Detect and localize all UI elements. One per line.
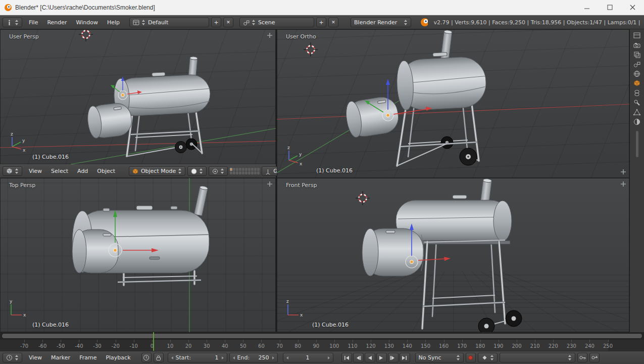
render-engine-selector[interactable]: Blender Render [351,18,411,27]
insert-keyframe-button[interactable] [577,353,587,362]
scene-selector[interactable]: Scene [239,18,314,27]
viewport-user-persp[interactable]: User Persp z y x (1) Cube.016 [0,29,276,164]
menu-item[interactable]: Object [92,168,120,174]
editor-type-3dview-selector[interactable] [3,166,22,176]
active-object-label: (1) Cube.016 [312,322,349,328]
menu-item[interactable]: Marker [46,354,75,361]
chimney [194,186,208,216]
frame-tick-label: 180 [471,340,489,351]
render-layers-tab-icon[interactable] [633,51,640,58]
render-tab-icon[interactable] [633,41,640,49]
menu-item[interactable]: Window [72,19,103,26]
pivot-point-selector[interactable] [209,166,228,176]
current-frame-value: 1 [291,354,325,361]
frame-tick-label: -40 [70,340,88,351]
smoker-model [86,56,211,156]
properties-scrollbar[interactable] [636,131,638,157]
menu-item[interactable]: Render [42,19,71,26]
firebox [362,229,424,276]
delete-screen-layout-button[interactable]: ✕ [223,18,233,27]
add-screen-layout-button[interactable]: + [211,18,221,27]
lock-time-cursor-toggle[interactable] [154,353,164,362]
info-editor-icon [6,19,13,26]
firebox [72,230,118,273]
smoker-model [72,186,209,285]
timeline-editor-icon [6,354,13,361]
previous-keyframe-button[interactable] [353,353,364,362]
svg-text:x: x [300,312,303,317]
menu-item[interactable]: File [24,19,42,26]
menu-item[interactable]: View [24,354,46,361]
frame-end-field[interactable]: End: 250 [229,353,278,362]
interaction-mode-selector[interactable]: Object Mode [129,166,185,176]
jump-to-end-button[interactable] [400,353,410,362]
object-data-tab-icon[interactable] [633,109,640,116]
keying-set-selector[interactable] [500,353,575,362]
world-tab-icon[interactable] [633,70,640,77]
next-keyframe-button[interactable] [388,353,399,362]
layers-widget[interactable] [230,168,260,174]
expand-region-icon[interactable] [267,181,273,187]
current-frame-playhead[interactable] [153,332,154,351]
viewport-top-persp[interactable]: Top Persp y x (1) Cube.016 [0,178,276,332]
minimize-button[interactable] [576,0,599,15]
editor-type-info-selector[interactable] [3,18,22,27]
delete-keyframe-button[interactable] [589,353,600,362]
menu-item[interactable]: Select [46,168,73,174]
timeline-canvas[interactable]: -70-60-50-40-30-20-100102030405060708090… [0,332,644,351]
lock-icon [155,354,162,361]
delete-scene-button[interactable]: ✕ [328,18,338,27]
expand-region-icon[interactable] [620,169,626,175]
viewport-user-ortho[interactable]: User Ortho z y x (1) Cube.016 [277,29,629,178]
object-tab-icon[interactable] [633,80,640,87]
add-scene-button[interactable]: + [316,18,326,27]
frame-tick-label: 230 [562,340,580,351]
frame-tick-label: 10 [161,340,179,351]
plus-icon: + [319,19,323,26]
menu-item[interactable]: Add [73,168,92,174]
play-reverse-button[interactable] [365,353,375,362]
close-button[interactable] [621,0,644,15]
scene-tab-icon[interactable] [633,61,640,68]
screen-layout-selector[interactable]: Default [129,18,209,27]
viewport-shading-selector[interactable] [187,166,207,176]
viewport-front-persp[interactable]: Front Persp z x (1) Cube.016 [277,178,629,332]
viewport-canvas [277,29,629,178]
screen-layout-icon [133,19,139,26]
expand-region-icon[interactable] [267,32,273,38]
auto-key-mode-selector[interactable] [478,353,498,362]
jump-end-icon [401,355,408,361]
modifiers-tab-icon[interactable] [633,99,640,106]
view3d-editor-icon [6,168,13,174]
menu-item[interactable]: Playback [101,354,135,361]
barrel [395,51,487,111]
auto-keyframe-toggle[interactable] [466,353,476,362]
current-frame-field[interactable]: 1 [283,353,333,362]
play-button[interactable] [376,353,387,362]
frame-tick-label: 70 [271,340,289,351]
menu-item[interactable]: View [24,168,46,174]
object-mode-icon [132,168,138,174]
menu-item[interactable]: Help [103,19,124,26]
use-preview-range-toggle[interactable] [141,353,152,362]
frame-tick-label: 250 [599,340,617,351]
timeline-scrollbar[interactable] [2,333,642,339]
editor-type-timeline-selector[interactable] [3,353,22,362]
properties-editor-icon[interactable] [633,32,640,39]
blender-logo-icon [420,18,428,27]
menu-item[interactable]: Frame [75,354,101,361]
frame-start-field[interactable]: Start: 1 [168,353,227,362]
maximize-button[interactable] [599,0,621,15]
constraints-tab-icon[interactable] [633,89,640,97]
material-tab-icon[interactable] [633,118,640,125]
end-value: 250 [252,354,269,361]
jump-start-icon [343,355,350,361]
cursor-3d [79,29,93,41]
expand-region-icon[interactable] [620,181,626,187]
frame-tick-label: 90 [307,340,325,351]
jump-to-start-button[interactable] [341,353,352,362]
sync-mode-selector[interactable]: No Sync [415,353,464,362]
info-header-bar: FileRenderWindowHelp Default + ✕ Scene +… [0,15,644,29]
svg-text:y: y [22,138,25,143]
frame-tick-label: 50 [234,340,252,351]
